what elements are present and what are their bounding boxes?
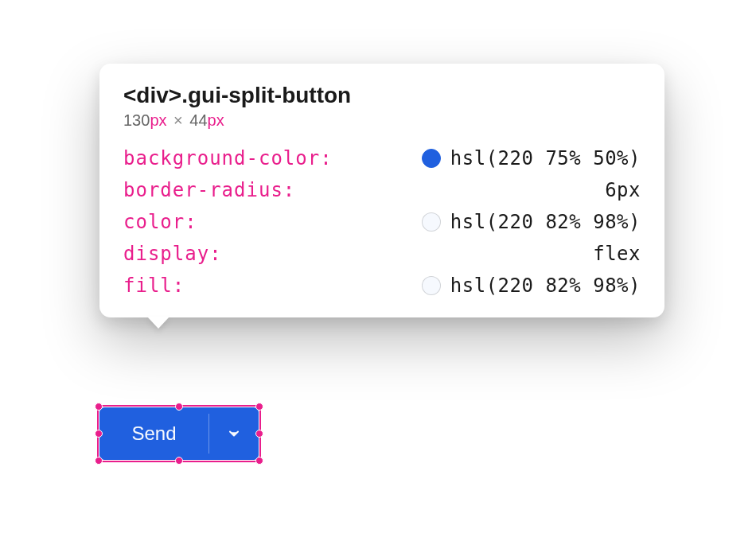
unit-px: px	[208, 111, 224, 129]
property-name: background-color	[123, 147, 320, 169]
dimension-height: 44	[189, 111, 207, 129]
prop-border-radius: border-radius: 6px	[123, 179, 641, 201]
property-value: hsl(220 75% 50%)	[450, 147, 641, 169]
property-name: fill	[123, 274, 173, 297]
dimension-separator: ×	[173, 111, 183, 129]
color-swatch-icon	[422, 212, 441, 232]
inspected-element-wrapper: Send	[99, 407, 259, 460]
element-selector: <div>.gui-split-button	[123, 83, 641, 108]
unit-px: px	[150, 111, 166, 129]
devtools-tooltip: <div>.gui-split-button 130px × 44px back…	[99, 64, 664, 317]
property-value: hsl(220 82% 98%)	[450, 211, 641, 233]
property-value: 6px	[605, 179, 641, 201]
property-name: color	[123, 211, 185, 233]
tooltip-arrow-icon	[147, 317, 170, 329]
chevron-down-icon	[226, 426, 242, 442]
css-properties-list: background-color: hsl(220 75% 50%) borde…	[123, 147, 641, 297]
property-name: border-radius	[123, 179, 283, 201]
prop-background-color: background-color: hsl(220 75% 50%)	[123, 147, 641, 169]
dropdown-toggle-button[interactable]	[209, 407, 259, 460]
property-name: display	[123, 243, 209, 265]
element-dimensions: 130px × 44px	[123, 111, 641, 130]
property-value: flex	[593, 243, 641, 265]
prop-display: display: flex	[123, 243, 641, 265]
property-value: hsl(220 82% 98%)	[450, 274, 641, 297]
gui-split-button[interactable]: Send	[99, 407, 259, 460]
button-label: Send	[131, 422, 176, 445]
color-swatch-icon	[422, 276, 441, 295]
send-button[interactable]: Send	[99, 407, 208, 460]
color-swatch-icon	[422, 149, 441, 168]
prop-fill: fill: hsl(220 82% 98%)	[123, 274, 641, 297]
prop-color: color: hsl(220 82% 98%)	[123, 211, 641, 233]
dimension-width: 130	[123, 111, 150, 129]
